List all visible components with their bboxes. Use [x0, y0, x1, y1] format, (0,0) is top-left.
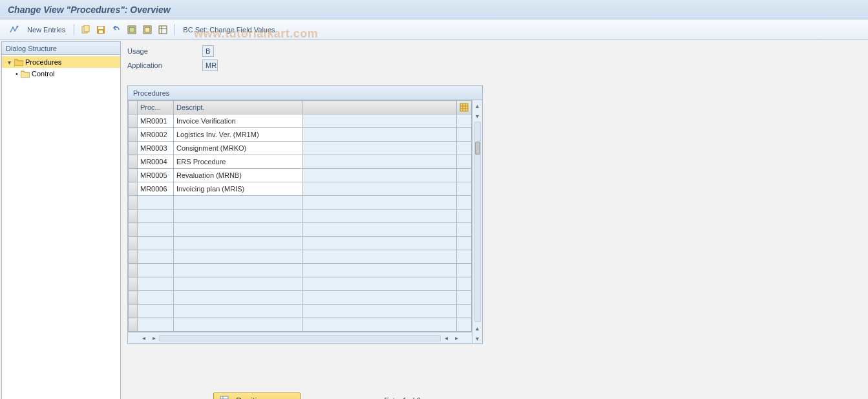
row-selector[interactable] [129, 223, 138, 237]
cell-proc[interactable]: MR0004 [138, 155, 174, 169]
table-row[interactable] [129, 318, 472, 332]
cell-proc[interactable]: MR0006 [138, 182, 174, 196]
hscroll-track[interactable] [159, 335, 441, 341]
cell-empty[interactable] [138, 264, 174, 277]
cell-proc[interactable]: MR0001 [138, 114, 174, 128]
cell-empty[interactable] [138, 318, 174, 332]
row-selector[interactable] [129, 210, 138, 223]
cell-empty [457, 182, 472, 196]
vscroll-thumb[interactable] [475, 142, 480, 155]
table-row[interactable] [129, 237, 472, 250]
deselect-all-icon[interactable] [141, 23, 154, 36]
cell-desc[interactable]: Revaluation (MRNB) [174, 169, 303, 182]
table-config-button[interactable] [457, 101, 472, 114]
tree-item-control[interactable]: • Control [2, 68, 120, 80]
table-row[interactable] [129, 223, 472, 237]
row-selector[interactable] [129, 264, 138, 277]
cell-empty[interactable] [138, 223, 174, 237]
cell-empty[interactable] [174, 277, 303, 291]
scroll-left-icon[interactable]: ◂ [139, 334, 148, 343]
cell-empty[interactable] [174, 237, 303, 250]
row-selector[interactable] [129, 318, 138, 332]
table-row[interactable] [129, 291, 472, 305]
scroll-left-end-icon[interactable]: ◂ [441, 334, 450, 343]
vertical-scrollbar[interactable]: ▴ ▾ ▴ ▾ [472, 100, 482, 343]
cell-empty[interactable] [138, 305, 174, 318]
select-all-column[interactable] [129, 101, 138, 114]
application-value[interactable]: MR [202, 59, 218, 71]
tree-item-procedures[interactable]: ▾ Procedures [2, 56, 120, 68]
folder-closed-icon [21, 70, 30, 78]
row-selector[interactable] [129, 155, 138, 169]
cell-empty[interactable] [138, 210, 174, 223]
row-selector[interactable] [129, 305, 138, 318]
cell-desc[interactable]: Consignment (MRKO) [174, 142, 303, 155]
cell-desc[interactable]: Invoicing plan (MRIS) [174, 182, 303, 196]
scroll-right-end-icon[interactable]: ▸ [452, 334, 461, 343]
row-selector[interactable] [129, 250, 138, 264]
cell-empty[interactable] [138, 237, 174, 250]
column-header-proc[interactable]: Proc... [138, 101, 174, 114]
row-selector[interactable] [129, 277, 138, 291]
row-selector[interactable] [129, 114, 138, 128]
position-button[interactable]: Position... [213, 393, 301, 399]
cell-empty[interactable] [138, 291, 174, 305]
table-row[interactable] [129, 250, 472, 264]
scroll-down-icon[interactable]: ▾ [473, 111, 482, 120]
table-row[interactable] [129, 264, 472, 277]
copy-icon[interactable] [79, 23, 92, 36]
row-selector[interactable] [129, 182, 138, 196]
cell-proc[interactable]: MR0002 [138, 128, 174, 142]
horizontal-scrollbar[interactable]: ◂ ▸ ◂ ▸ [128, 332, 472, 343]
row-selector[interactable] [129, 237, 138, 250]
cell-empty[interactable] [174, 210, 303, 223]
table-row[interactable]: MR0002Logistics Inv. Ver. (MR1M) [129, 128, 472, 142]
table-row[interactable]: MR0003Consignment (MRKO) [129, 142, 472, 155]
cell-desc[interactable]: ERS Procedure [174, 155, 303, 169]
vscroll-track[interactable] [474, 122, 481, 322]
column-header-desc[interactable]: Descript. [174, 101, 303, 114]
cell-empty[interactable] [138, 277, 174, 291]
cell-proc[interactable]: MR0005 [138, 169, 174, 182]
row-selector[interactable] [129, 128, 138, 142]
table-row[interactable] [129, 210, 472, 223]
row-selector[interactable] [129, 291, 138, 305]
cell-empty[interactable] [174, 291, 303, 305]
select-all-icon[interactable] [125, 23, 138, 36]
bc-set-button[interactable]: BC Set: Change Field Values [179, 23, 279, 36]
table-row[interactable]: MR0006Invoicing plan (MRIS) [129, 182, 472, 196]
cell-empty[interactable] [138, 196, 174, 210]
table-row[interactable] [129, 277, 472, 291]
cell-empty[interactable] [174, 223, 303, 237]
cell-desc[interactable]: Logistics Inv. Ver. (MR1M) [174, 128, 303, 142]
scroll-up-icon[interactable]: ▴ [473, 101, 482, 110]
cell-empty[interactable] [174, 250, 303, 264]
cell-empty[interactable] [138, 250, 174, 264]
row-selector[interactable] [129, 196, 138, 210]
cell-desc[interactable]: Invoice Verification [174, 114, 303, 128]
scroll-down-end-icon[interactable]: ▾ [473, 334, 482, 343]
table-row[interactable] [129, 305, 472, 318]
cell-empty[interactable] [174, 305, 303, 318]
procedures-table[interactable]: Proc... Descript. MR0001Invoice Verifica… [128, 100, 472, 332]
row-selector[interactable] [129, 142, 138, 155]
save-icon[interactable] [94, 23, 107, 36]
cell-empty[interactable] [174, 264, 303, 277]
new-entries-button[interactable]: New Entries [23, 23, 69, 36]
table-row[interactable]: MR0001Invoice Verification [129, 114, 472, 128]
other-view-icon[interactable] [8, 23, 21, 36]
configure-icon[interactable] [156, 23, 169, 36]
cell-proc[interactable]: MR0003 [138, 142, 174, 155]
row-selector[interactable] [129, 169, 138, 182]
table-row[interactable]: MR0004ERS Procedure [129, 155, 472, 169]
cell-empty [303, 305, 457, 318]
cell-empty[interactable] [174, 318, 303, 332]
usage-value[interactable]: B [202, 45, 214, 57]
table-row[interactable] [129, 196, 472, 210]
cell-empty[interactable] [174, 196, 303, 210]
table-row[interactable]: MR0005Revaluation (MRNB) [129, 169, 472, 182]
scroll-up-end-icon[interactable]: ▴ [473, 323, 482, 332]
undo-icon[interactable] [110, 23, 123, 36]
expand-caret-icon[interactable]: ▾ [6, 59, 12, 65]
scroll-right-icon[interactable]: ▸ [149, 334, 158, 343]
